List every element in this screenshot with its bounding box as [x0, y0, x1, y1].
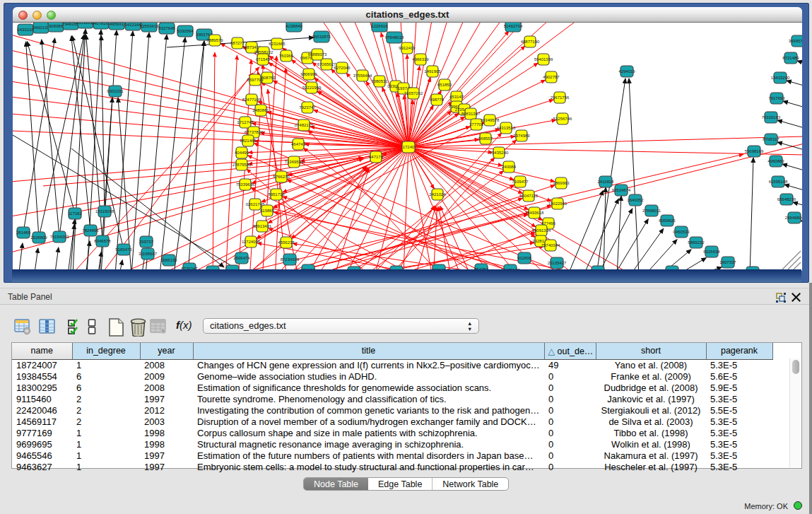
svg-text:52047116: 52047116 [519, 194, 539, 198]
svg-text:240084: 240084 [502, 165, 517, 169]
svg-text:2411824: 2411824 [598, 180, 615, 184]
svg-text:947174: 947174 [369, 155, 384, 159]
svg-text:498776: 498776 [430, 98, 445, 102]
svg-text:8346578: 8346578 [94, 239, 111, 243]
svg-text:6272046: 6272046 [334, 66, 351, 70]
svg-text:7080531: 7080531 [371, 79, 388, 83]
svg-text:1607337: 1607337 [719, 260, 736, 264]
svg-text:51462704: 51462704 [504, 24, 523, 28]
svg-text:6025634: 6025634 [703, 250, 720, 254]
svg-text:4238849: 4238849 [286, 24, 302, 28]
svg-text:4294019: 4294019 [618, 69, 635, 74]
svg-text:760366: 760366 [279, 54, 294, 58]
svg-text:453147: 453147 [449, 95, 464, 99]
svg-text:8721489: 8721489 [782, 56, 799, 60]
svg-text:1869993: 1869993 [553, 181, 570, 185]
svg-text:70154303: 70154303 [50, 235, 69, 239]
svg-text:117182: 117182 [68, 211, 82, 216]
svg-text:4060883: 4060883 [767, 159, 784, 163]
svg-text:80831367: 80831367 [461, 112, 481, 116]
svg-text:82477109: 82477109 [242, 98, 261, 102]
svg-text:76320163: 76320163 [762, 115, 781, 119]
svg-text:71369594: 71369594 [285, 160, 304, 164]
svg-text:2606474: 2606474 [233, 256, 250, 260]
svg-text:71657262: 71657262 [404, 91, 423, 95]
svg-text:8951718: 8951718 [268, 192, 285, 197]
svg-text:99091334: 99091334 [532, 228, 551, 233]
svg-text:96532871: 96532871 [312, 35, 331, 39]
svg-text:281489: 281489 [16, 230, 31, 235]
svg-text:61595148: 61595148 [769, 180, 788, 184]
svg-text:37556464: 37556464 [353, 74, 372, 78]
svg-text:4902787: 4902787 [543, 75, 560, 79]
svg-text:9821465: 9821465 [240, 139, 257, 143]
svg-text:8597703: 8597703 [247, 78, 264, 82]
svg-text:67737826: 67737826 [245, 130, 264, 134]
svg-text:8327648: 8327648 [158, 26, 175, 30]
svg-text:97848018: 97848018 [385, 35, 404, 40]
svg-text:9806990: 9806990 [300, 72, 317, 76]
svg-text:13433200: 13433200 [771, 76, 790, 80]
svg-text:651850: 651850 [437, 83, 452, 87]
svg-text:25135427: 25135427 [548, 261, 567, 265]
svg-text:071545: 071545 [256, 57, 271, 62]
svg-text:6231665: 6231665 [269, 42, 286, 46]
svg-text:87234309: 87234309 [281, 257, 300, 262]
svg-text:7889579: 7889579 [206, 38, 223, 42]
svg-text:5869232: 5869232 [688, 240, 705, 245]
svg-text:2421024: 2421024 [429, 192, 446, 197]
svg-text:1640052: 1640052 [627, 198, 644, 202]
svg-text:3374989: 3374989 [513, 134, 530, 138]
svg-text:29671756: 29671756 [551, 95, 570, 100]
svg-text:1491905: 1491905 [424, 69, 441, 74]
svg-text:377701: 377701 [469, 122, 484, 127]
svg-text:07482175: 07482175 [295, 123, 314, 127]
svg-text:9301031: 9301031 [107, 89, 124, 93]
svg-text:27868011: 27868011 [642, 209, 661, 213]
svg-text:299737: 299737 [139, 240, 154, 244]
svg-text:0433218: 0433218 [17, 28, 34, 32]
svg-text:13435240: 13435240 [490, 151, 509, 155]
svg-text:1712748: 1712748 [237, 120, 254, 124]
svg-text:66889373: 66889373 [308, 52, 327, 57]
svg-text:92221969: 92221969 [302, 86, 322, 90]
svg-text:51256746: 51256746 [553, 117, 572, 121]
svg-text:568557: 568557 [478, 136, 493, 141]
svg-text:7917693: 7917693 [768, 96, 785, 100]
svg-text:93534874: 93534874 [612, 188, 631, 192]
svg-text:911838: 911838 [517, 256, 531, 260]
svg-text:464743: 464743 [291, 142, 306, 146]
svg-text:31165667: 31165667 [139, 252, 158, 256]
svg-text:65648236: 65648236 [777, 197, 796, 201]
svg-text:52553419: 52553419 [140, 24, 159, 28]
svg-text:908386: 908386 [49, 24, 64, 28]
svg-text:48877190: 48877190 [521, 40, 540, 44]
svg-text:27875588: 27875588 [233, 163, 252, 167]
svg-text:7824896: 7824896 [82, 228, 99, 233]
svg-text:615865: 615865 [260, 209, 275, 213]
svg-text:5030564: 5030564 [177, 29, 194, 33]
svg-text:11724005: 11724005 [242, 240, 261, 244]
svg-text:55698169: 55698169 [745, 149, 764, 153]
svg-text:19022941: 19022941 [548, 201, 567, 206]
svg-text:17240: 17240 [403, 145, 415, 149]
svg-text:80913431: 80913431 [253, 224, 272, 228]
svg-text:79740344: 79740344 [541, 243, 560, 247]
svg-text:44313518: 44313518 [497, 126, 516, 130]
svg-text:29946804: 29946804 [785, 216, 802, 220]
svg-text:13315098: 13315098 [95, 209, 114, 214]
svg-text:9600133: 9600133 [33, 25, 49, 30]
svg-text:13493618: 13493618 [525, 211, 544, 215]
svg-text:5766270: 5766270 [273, 175, 290, 179]
svg-text:7923747: 7923747 [299, 105, 316, 110]
svg-text:2480861: 2480861 [252, 108, 269, 112]
svg-text:8708317: 8708317 [763, 137, 779, 141]
svg-text:9912419: 9912419 [399, 46, 416, 50]
svg-text:94078161: 94078161 [92, 23, 111, 25]
svg-text:495931: 495931 [110, 23, 124, 26]
svg-text:75339636: 75339636 [236, 182, 255, 187]
svg-text:8059826: 8059826 [659, 218, 676, 223]
svg-text:5183473: 5183473 [115, 247, 132, 252]
svg-text:0450533: 0450533 [673, 230, 690, 234]
svg-text:36349578: 36349578 [481, 118, 500, 122]
